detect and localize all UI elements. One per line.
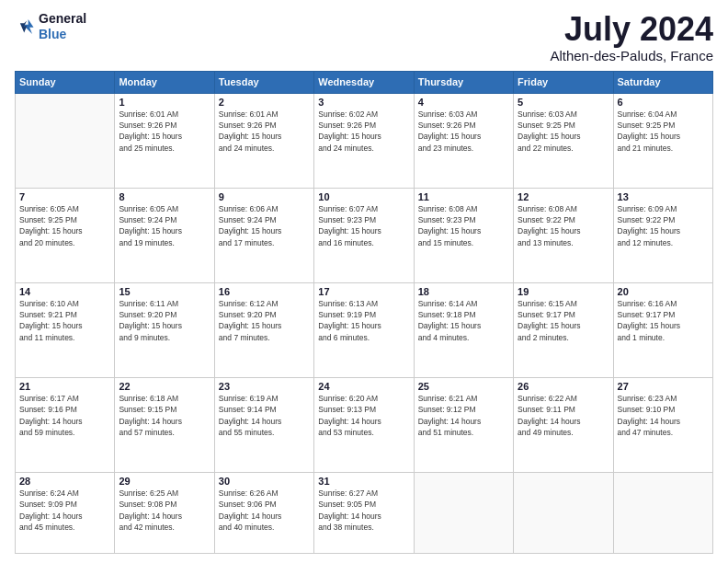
logo: General Blue [15, 11, 86, 42]
table-row: 13Sunrise: 6:09 AM Sunset: 9:22 PM Dayli… [613, 188, 712, 282]
day-info: Sunrise: 6:01 AM Sunset: 9:26 PM Dayligh… [119, 109, 210, 154]
day-number: 3 [318, 97, 409, 108]
location-title: Althen-des-Paluds, France [550, 48, 713, 63]
table-row: 6Sunrise: 6:04 AM Sunset: 9:25 PM Daylig… [613, 93, 712, 188]
table-row [414, 472, 513, 553]
table-row: 12Sunrise: 6:08 AM Sunset: 9:22 PM Dayli… [514, 188, 613, 282]
header-sunday: Sunday [16, 71, 115, 93]
day-number: 25 [418, 381, 509, 392]
day-info: Sunrise: 6:20 AM Sunset: 9:13 PM Dayligh… [318, 393, 409, 438]
table-row: 22Sunrise: 6:18 AM Sunset: 9:15 PM Dayli… [115, 377, 214, 472]
day-info: Sunrise: 6:08 AM Sunset: 9:22 PM Dayligh… [518, 203, 609, 248]
header: General Blue July 2024 Althen-des-Paluds… [15, 11, 713, 63]
table-row: 31Sunrise: 6:27 AM Sunset: 9:05 PM Dayli… [314, 472, 414, 553]
day-info: Sunrise: 6:07 AM Sunset: 9:23 PM Dayligh… [318, 203, 409, 248]
day-info: Sunrise: 6:19 AM Sunset: 9:14 PM Dayligh… [219, 393, 310, 438]
day-number: 14 [19, 286, 110, 297]
day-info: Sunrise: 6:10 AM Sunset: 9:21 PM Dayligh… [19, 298, 110, 343]
day-number: 11 [418, 191, 509, 202]
title-area: July 2024 Althen-des-Paluds, France [550, 11, 713, 63]
table-row: 1Sunrise: 6:01 AM Sunset: 9:26 PM Daylig… [115, 93, 214, 188]
day-number: 5 [518, 97, 609, 108]
day-number: 2 [219, 97, 310, 108]
day-number: 1 [119, 97, 210, 108]
day-number: 23 [219, 381, 310, 392]
table-row: 17Sunrise: 6:13 AM Sunset: 9:19 PM Dayli… [314, 282, 414, 377]
day-number: 7 [19, 191, 110, 202]
day-number: 30 [219, 476, 310, 487]
table-row: 29Sunrise: 6:25 AM Sunset: 9:08 PM Dayli… [115, 472, 214, 553]
day-info: Sunrise: 6:02 AM Sunset: 9:26 PM Dayligh… [318, 109, 409, 154]
day-info: Sunrise: 6:04 AM Sunset: 9:25 PM Dayligh… [618, 109, 709, 154]
table-row: 27Sunrise: 6:23 AM Sunset: 9:10 PM Dayli… [613, 377, 712, 472]
day-number: 9 [219, 191, 310, 202]
day-info: Sunrise: 6:21 AM Sunset: 9:12 PM Dayligh… [418, 393, 509, 438]
day-number: 10 [318, 191, 409, 202]
day-info: Sunrise: 6:12 AM Sunset: 9:20 PM Dayligh… [219, 298, 310, 343]
day-info: Sunrise: 6:27 AM Sunset: 9:05 PM Dayligh… [318, 488, 409, 533]
day-info: Sunrise: 6:11 AM Sunset: 9:20 PM Dayligh… [119, 298, 210, 343]
header-thursday: Thursday [414, 71, 513, 93]
logo-text: General Blue [39, 11, 86, 42]
table-row: 2Sunrise: 6:01 AM Sunset: 9:26 PM Daylig… [214, 93, 313, 188]
day-info: Sunrise: 6:13 AM Sunset: 9:19 PM Dayligh… [318, 298, 409, 343]
table-row: 19Sunrise: 6:15 AM Sunset: 9:17 PM Dayli… [514, 282, 613, 377]
day-number: 22 [119, 381, 210, 392]
day-number: 16 [219, 286, 310, 297]
table-row [16, 93, 115, 188]
table-row: 25Sunrise: 6:21 AM Sunset: 9:12 PM Dayli… [414, 377, 513, 472]
day-info: Sunrise: 6:06 AM Sunset: 9:24 PM Dayligh… [219, 203, 310, 248]
day-info: Sunrise: 6:23 AM Sunset: 9:10 PM Dayligh… [618, 393, 709, 438]
day-info: Sunrise: 6:17 AM Sunset: 9:16 PM Dayligh… [19, 393, 110, 438]
svg-marker-1 [20, 20, 27, 32]
header-tuesday: Tuesday [214, 71, 313, 93]
day-number: 28 [19, 476, 110, 487]
day-info: Sunrise: 6:24 AM Sunset: 9:09 PM Dayligh… [19, 488, 110, 533]
day-number: 12 [518, 191, 609, 202]
day-info: Sunrise: 6:18 AM Sunset: 9:15 PM Dayligh… [119, 393, 210, 438]
table-row: 5Sunrise: 6:03 AM Sunset: 9:25 PM Daylig… [514, 93, 613, 188]
table-row: 21Sunrise: 6:17 AM Sunset: 9:16 PM Dayli… [16, 377, 115, 472]
table-row [514, 472, 613, 553]
day-number: 17 [318, 286, 409, 297]
day-info: Sunrise: 6:05 AM Sunset: 9:24 PM Dayligh… [119, 203, 210, 248]
page: General Blue July 2024 Althen-des-Paluds… [0, 0, 728, 563]
table-row: 14Sunrise: 6:10 AM Sunset: 9:21 PM Dayli… [16, 282, 115, 377]
table-row: 7Sunrise: 6:05 AM Sunset: 9:25 PM Daylig… [16, 188, 115, 282]
table-row: 15Sunrise: 6:11 AM Sunset: 9:20 PM Dayli… [115, 282, 214, 377]
header-monday: Monday [115, 71, 214, 93]
table-row: 16Sunrise: 6:12 AM Sunset: 9:20 PM Dayli… [214, 282, 313, 377]
header-friday: Friday [514, 71, 613, 93]
day-number: 8 [119, 191, 210, 202]
calendar-table: Sunday Monday Tuesday Wednesday Thursday… [15, 71, 713, 554]
header-saturday: Saturday [613, 71, 712, 93]
day-info: Sunrise: 6:09 AM Sunset: 9:22 PM Dayligh… [618, 203, 709, 248]
day-info: Sunrise: 6:15 AM Sunset: 9:17 PM Dayligh… [518, 298, 609, 343]
calendar-header-row: Sunday Monday Tuesday Wednesday Thursday… [16, 71, 713, 93]
day-number: 29 [119, 476, 210, 487]
day-number: 13 [618, 191, 709, 202]
table-row: 30Sunrise: 6:26 AM Sunset: 9:06 PM Dayli… [214, 472, 313, 553]
day-number: 21 [19, 381, 110, 392]
table-row: 23Sunrise: 6:19 AM Sunset: 9:14 PM Dayli… [214, 377, 313, 472]
logo-line1: General [39, 11, 86, 27]
day-info: Sunrise: 6:01 AM Sunset: 9:26 PM Dayligh… [219, 109, 310, 154]
table-row: 24Sunrise: 6:20 AM Sunset: 9:13 PM Dayli… [314, 377, 414, 472]
day-info: Sunrise: 6:14 AM Sunset: 9:18 PM Dayligh… [418, 298, 509, 343]
day-number: 4 [418, 97, 509, 108]
table-row: 8Sunrise: 6:05 AM Sunset: 9:24 PM Daylig… [115, 188, 214, 282]
header-wednesday: Wednesday [314, 71, 414, 93]
day-number: 19 [518, 286, 609, 297]
day-info: Sunrise: 6:03 AM Sunset: 9:25 PM Dayligh… [518, 109, 609, 154]
table-row: 11Sunrise: 6:08 AM Sunset: 9:23 PM Dayli… [414, 188, 513, 282]
day-number: 24 [318, 381, 409, 392]
table-row: 26Sunrise: 6:22 AM Sunset: 9:11 PM Dayli… [514, 377, 613, 472]
table-row: 9Sunrise: 6:06 AM Sunset: 9:24 PM Daylig… [214, 188, 313, 282]
table-row: 18Sunrise: 6:14 AM Sunset: 9:18 PM Dayli… [414, 282, 513, 377]
table-row: 28Sunrise: 6:24 AM Sunset: 9:09 PM Dayli… [16, 472, 115, 553]
day-number: 6 [618, 97, 709, 108]
day-number: 20 [618, 286, 709, 297]
table-row: 3Sunrise: 6:02 AM Sunset: 9:26 PM Daylig… [314, 93, 414, 188]
day-number: 31 [318, 476, 409, 487]
month-title: July 2024 [550, 11, 713, 48]
